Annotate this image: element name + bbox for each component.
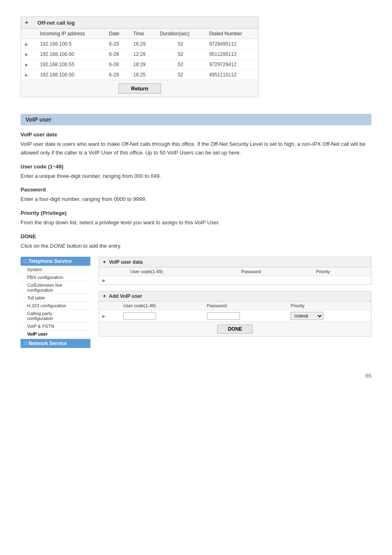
cell-date: 6-28: [105, 60, 129, 70]
cell-date: 6-28: [105, 49, 129, 60]
add-password-cell[interactable]: [204, 310, 288, 322]
col-duration-header: Duration(sec): [156, 29, 205, 39]
return-row: Return: [21, 80, 258, 97]
usercode-input[interactable]: [123, 312, 156, 320]
sidebar-item-voip-pstn[interactable]: VoIP & PSTN: [21, 322, 90, 330]
cell-duration: 52: [156, 39, 205, 49]
subsection-text-voip-date: VoIP user date is users who want to make…: [21, 140, 371, 157]
voip-section: VoIP user VoIP user date VoIP user date …: [21, 114, 371, 348]
subsection-text-priority: From the drop down list, select a privil…: [21, 219, 371, 227]
sidebar-item-h323[interactable]: H.323 configuration: [21, 302, 90, 310]
call-log-data-table: Incoming IP address Date Time Duration(s…: [21, 29, 258, 80]
table-row: ▶ 192.168.100.55 6-28 18:29 52 972972841…: [21, 60, 258, 70]
col-icon-header: [21, 29, 36, 39]
cell-date: 6-25: [105, 39, 129, 49]
sidebar-category-network-label: Network Service: [28, 341, 67, 346]
gear-icon: ✦: [24, 19, 34, 26]
voip-user-data-table-container: ✦ VoIP user data User code(1-49) Passwor…: [99, 257, 371, 285]
cell-dialed: 4951115112: [205, 70, 258, 80]
sidebar-item-coext-line[interactable]: Co/Extension lineconfiguration: [21, 281, 90, 294]
voip-user-data-table: User code(1-49) Password Priority ▶: [99, 267, 371, 284]
cell-ip: 192.168.100.50: [36, 70, 105, 80]
cell-date: 6-29: [105, 70, 129, 80]
main-content-area: □ Telephone Service System PBX configura…: [21, 257, 371, 348]
call-log-header-row: ✦ Off-net call log: [21, 17, 258, 29]
call-log-section: ✦ Off-net call log Incoming IP address D…: [21, 16, 371, 97]
subsection-title-password: Password: [21, 187, 371, 193]
call-log-title: Off-net call log: [37, 20, 75, 26]
subsection-title-voip-date: VoIP user date: [21, 131, 371, 138]
sidebar: □ Telephone Service System PBX configura…: [21, 257, 90, 348]
add-voip-input-row: ▶ Unlimit Level 1 Le: [99, 310, 371, 322]
subsection-priority: Priority (Privilege) From the drop down …: [21, 210, 371, 227]
sidebar-item-voip-user[interactable]: VoIP user: [21, 330, 90, 338]
add-voip-user-title: Add VoIP user: [109, 293, 142, 299]
call-log-table-container: ✦ Off-net call log Incoming IP address D…: [21, 16, 259, 97]
priority-select[interactable]: Unlimit Level 1 Level 2 Level 3: [291, 312, 323, 320]
add-priority-cell[interactable]: Unlimit Level 1 Level 2 Level 3: [287, 310, 371, 322]
play-icon-cell: ▶: [21, 49, 36, 60]
sidebar-category-telephone[interactable]: □ Telephone Service: [21, 257, 90, 266]
cell-duration: 52: [156, 70, 205, 80]
table-row: ▶ 192.168.100.50 6-29 16:25 52 495111511…: [21, 70, 258, 80]
cell-time: 16:25: [129, 70, 156, 80]
subsection-done: DONE Click on the DONE button to add the…: [21, 233, 371, 251]
subsection-title-user-code: User code (1~49): [21, 164, 371, 170]
cell-duration: 52: [156, 49, 205, 60]
call-log-header: Incoming IP address Date Time Duration(s…: [21, 29, 258, 39]
subsection-title-done: DONE: [21, 233, 371, 240]
sidebar-item-system[interactable]: System: [21, 266, 90, 274]
cell-ip: 192.168.100.60: [36, 49, 105, 60]
add-play-icon: ▶: [102, 314, 106, 318]
cell-time: 18:29: [129, 60, 156, 70]
play-icon-cell: ▶: [21, 39, 36, 49]
play-cell: ▶: [99, 276, 127, 284]
password-input[interactable]: [207, 312, 240, 320]
sidebar-item-calling-party[interactable]: Calling partyconfiguration: [21, 310, 90, 322]
done-button[interactable]: DONE: [217, 325, 253, 334]
sidebar-item-pbx-config[interactable]: PBX configuration: [21, 274, 90, 281]
empty-usercode: [127, 276, 238, 284]
add-voip-user-table-container: ✦ Add VoIP user User code(1-49) Password…: [99, 291, 371, 336]
col-usercode-header: User code(1-49): [127, 267, 238, 276]
col-password-header: Password: [238, 267, 313, 276]
col-date-header: Date: [105, 29, 129, 39]
subsection-title-priority: Priority (Privilege): [21, 210, 371, 216]
empty-password: [238, 276, 313, 284]
subsection-password: Password Enter a four-digit number, rang…: [21, 187, 371, 204]
col-priority-header: Priority: [313, 267, 371, 276]
add-usercode-cell[interactable]: [120, 310, 204, 322]
add-play-cell: ▶: [99, 310, 120, 322]
add-voip-user-header-row: ✦ Add VoIP user: [99, 291, 371, 302]
right-panel: ✦ VoIP user data User code(1-49) Passwor…: [99, 257, 371, 348]
voip-user-data-col-headers: User code(1-49) Password Priority: [99, 267, 371, 276]
col-dialed-header: Dialed Number: [205, 29, 258, 39]
sidebar-category-telephone-label: Telephone Service: [28, 258, 71, 264]
done-row: DONE: [99, 322, 371, 336]
add-voip-gear-icon: ✦: [102, 293, 106, 299]
cell-dialed: 9728495112: [205, 39, 258, 49]
voip-data-gear-icon: ✦: [102, 259, 106, 265]
cell-ip: 192.168.100.5: [36, 39, 105, 49]
play-icon-cell: ▶: [21, 60, 36, 70]
play-icon: ▶: [25, 62, 28, 67]
voip-user-data-empty-row: ▶: [99, 276, 371, 284]
sidebar-item-toll-table[interactable]: Toll table: [21, 294, 90, 302]
sidebar-category-network[interactable]: □ Network Service: [21, 339, 90, 348]
table-row: ▶ 192.168.100.5 6-25 16:29 52 9728495112: [21, 39, 258, 49]
voip-user-data-title: VoIP user data: [109, 259, 143, 265]
col-ip-header: Incoming IP address: [36, 29, 105, 39]
voip-section-header: VoIP user: [21, 114, 371, 125]
page-number: 65: [21, 373, 371, 379]
cell-duration: 52: [156, 60, 205, 70]
col-play-header: [99, 267, 127, 276]
play-icon: ▶: [25, 73, 28, 77]
col-time-header: Time: [129, 29, 156, 39]
add-voip-col-headers: User code(1-49) Password Priority: [99, 302, 371, 310]
sidebar-category-network-square-icon: □: [24, 341, 27, 346]
return-button[interactable]: Return: [118, 83, 161, 94]
add-col-play-header: [99, 302, 120, 310]
cell-dialed: 9511295112: [205, 49, 258, 60]
empty-priority: [313, 276, 371, 284]
play-icon: ▶: [102, 278, 106, 283]
